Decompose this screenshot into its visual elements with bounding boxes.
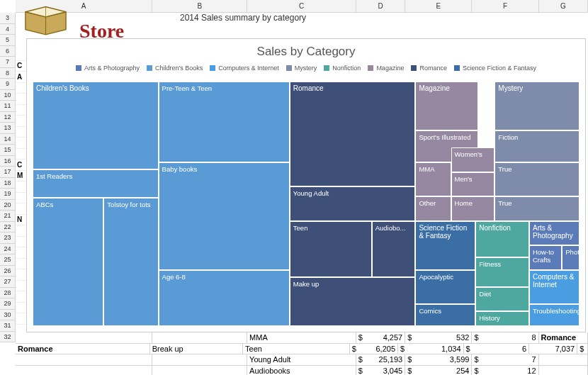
row-header-12[interactable]: 12 xyxy=(0,112,16,123)
treemap-cell[interactable]: Science Fiction & Fantasy xyxy=(415,221,475,270)
grid-cell[interactable]: $6 xyxy=(464,344,530,355)
grid-cell[interactable] xyxy=(152,354,247,366)
row-header-26[interactable]: 26 xyxy=(0,266,16,277)
treemap-cell[interactable]: Phot... xyxy=(562,245,579,270)
grid-cell[interactable]: $1,034 xyxy=(398,344,464,355)
row-header-7[interactable]: 7 xyxy=(0,57,16,68)
grid-cell[interactable]: $532 xyxy=(405,332,472,344)
column-header-C[interactable]: C xyxy=(247,0,356,12)
row-header-17[interactable]: 17 xyxy=(0,167,16,178)
table-row[interactable]: MMA$4,257$532$8Romance xyxy=(16,332,588,344)
row-header-32[interactable]: 32 xyxy=(0,332,16,343)
table-row[interactable]: Young Adult$25,193$3,599$7 xyxy=(16,354,588,366)
grid-cell[interactable] xyxy=(16,354,152,366)
grid-cell[interactable]: 7,037 xyxy=(529,344,577,355)
treemap-chart[interactable]: Sales by Category Arts & PhotographyChil… xyxy=(26,38,586,332)
grid-cell[interactable]: Romance xyxy=(16,344,150,355)
row-header-16[interactable]: 16 xyxy=(0,156,16,167)
row-header-13[interactable]: 13 xyxy=(0,123,16,134)
treemap-cell[interactable]: Arts & Photography xyxy=(529,221,579,246)
treemap-cell[interactable]: Make up xyxy=(290,277,416,326)
treemap-cell[interactable]: Women's xyxy=(451,147,495,172)
data-grid[interactable]: MMA$4,257$532$8RomanceRomanceBreak upTee… xyxy=(16,332,588,375)
treemap-cell[interactable]: ABCs xyxy=(33,198,103,326)
column-header-F[interactable]: F xyxy=(472,0,538,12)
treemap-cell[interactable]: Computers & Internet xyxy=(529,270,579,304)
row-header-3[interactable]: 3 xyxy=(0,13,16,24)
grid-cell[interactable]: Audiobooks xyxy=(247,366,356,376)
column-header-G[interactable]: G xyxy=(539,0,588,12)
treemap-cell[interactable]: Teen xyxy=(290,221,372,277)
row-header-28[interactable]: 28 xyxy=(0,288,16,299)
treemap-cell[interactable]: Comics xyxy=(415,304,475,326)
table-row[interactable]: RomanceBreak upTeen$6,205$1,034$67,037$ xyxy=(16,344,588,355)
grid-cell[interactable]: Break up xyxy=(150,344,243,355)
grid-cell[interactable]: $6,205 xyxy=(350,344,398,355)
row-header-9[interactable]: 9 xyxy=(0,79,16,90)
treemap-cell[interactable]: Magazine xyxy=(415,82,478,130)
column-header-B[interactable]: B xyxy=(152,0,247,12)
row-header-11[interactable]: 11 xyxy=(0,101,16,112)
row-header-30[interactable]: 30 xyxy=(0,310,16,321)
row-header-25[interactable]: 25 xyxy=(0,254,16,266)
row-header-31[interactable]: 31 xyxy=(0,320,16,332)
grid-cell[interactable]: MMA xyxy=(247,332,356,344)
grid-cell[interactable] xyxy=(152,332,247,344)
column-header-D[interactable]: D xyxy=(356,0,405,12)
row-header-5[interactable]: 5 xyxy=(0,35,16,46)
treemap-cell[interactable]: Apocalyptic xyxy=(415,270,475,304)
row-header-4[interactable]: 4 xyxy=(0,24,16,35)
grid-cell[interactable]: $254 xyxy=(405,366,472,376)
row-header-27[interactable]: 27 xyxy=(0,276,16,288)
row-header-10[interactable]: 10 xyxy=(0,90,16,101)
treemap-cell[interactable]: Nonfiction xyxy=(475,221,529,258)
grid-cell[interactable] xyxy=(539,366,588,376)
treemap-cell[interactable]: Romance xyxy=(290,82,416,186)
treemap-cell[interactable]: Diet xyxy=(475,287,529,312)
treemap-cell[interactable]: Children's Books xyxy=(33,82,159,169)
worksheet[interactable]: Store 2014 Sales summary by category CAC… xyxy=(16,13,588,375)
grid-cell[interactable] xyxy=(16,332,152,344)
treemap-cell[interactable]: Fiction xyxy=(494,130,579,162)
treemap-cell[interactable]: Other xyxy=(415,196,451,221)
grid-cell[interactable]: Young Adult xyxy=(247,354,356,366)
grid-cell[interactable]: $8 xyxy=(472,332,538,344)
treemap-cell[interactable]: MMA xyxy=(415,162,451,196)
treemap-cell[interactable]: True xyxy=(494,196,579,221)
treemap-cell[interactable]: 1st Readers xyxy=(33,169,159,198)
treemap-cell[interactable]: Age 6-8 xyxy=(159,270,290,326)
row-header-14[interactable]: 14 xyxy=(0,134,16,145)
grid-cell[interactable]: $25,193 xyxy=(356,354,405,366)
treemap-cell[interactable]: Home xyxy=(451,196,495,221)
treemap-cell[interactable]: Mystery xyxy=(494,82,579,130)
grid-cell[interactable] xyxy=(539,354,588,366)
treemap-cell[interactable]: Troubleshooting xyxy=(529,304,579,326)
row-header-19[interactable]: 19 xyxy=(0,189,16,200)
row-header-22[interactable]: 22 xyxy=(0,222,16,233)
grid-cell[interactable] xyxy=(16,366,152,376)
row-header-8[interactable]: 8 xyxy=(0,68,16,79)
treemap-cell[interactable]: Men's xyxy=(451,172,495,197)
grid-cell[interactable]: $3,599 xyxy=(405,354,472,366)
treemap-cell[interactable]: Baby books xyxy=(159,162,290,270)
treemap-cell[interactable]: Fitness xyxy=(475,257,529,286)
treemap-cell[interactable]: True xyxy=(494,162,579,196)
grid-cell[interactable]: Teen xyxy=(243,344,350,355)
grid-cell[interactable]: $12 xyxy=(472,366,538,376)
row-header-29[interactable]: 29 xyxy=(0,298,16,310)
row-header-15[interactable]: 15 xyxy=(0,145,16,156)
treemap-area[interactable]: Children's Books1st ReadersABCsTolstoy f… xyxy=(33,82,579,326)
grid-cell[interactable]: $4,257 xyxy=(356,332,405,344)
grid-cell[interactable]: Romance xyxy=(539,332,588,344)
treemap-cell[interactable]: Young Adult xyxy=(290,186,416,220)
treemap-cell[interactable]: Tolstoy for tots xyxy=(103,198,158,326)
row-header-6[interactable]: 6 xyxy=(0,46,16,57)
row-header-20[interactable]: 20 xyxy=(0,200,16,211)
row-header-24[interactable]: 24 xyxy=(0,244,16,255)
treemap-cell[interactable]: How-to Crafts xyxy=(529,245,562,270)
row-header-21[interactable]: 21 xyxy=(0,211,16,222)
treemap-cell[interactable]: History xyxy=(475,311,529,326)
table-row[interactable]: Audiobooks$3,045$254$12 xyxy=(16,366,588,376)
row-header-18[interactable]: 18 xyxy=(0,178,16,189)
grid-cell[interactable] xyxy=(152,366,247,376)
